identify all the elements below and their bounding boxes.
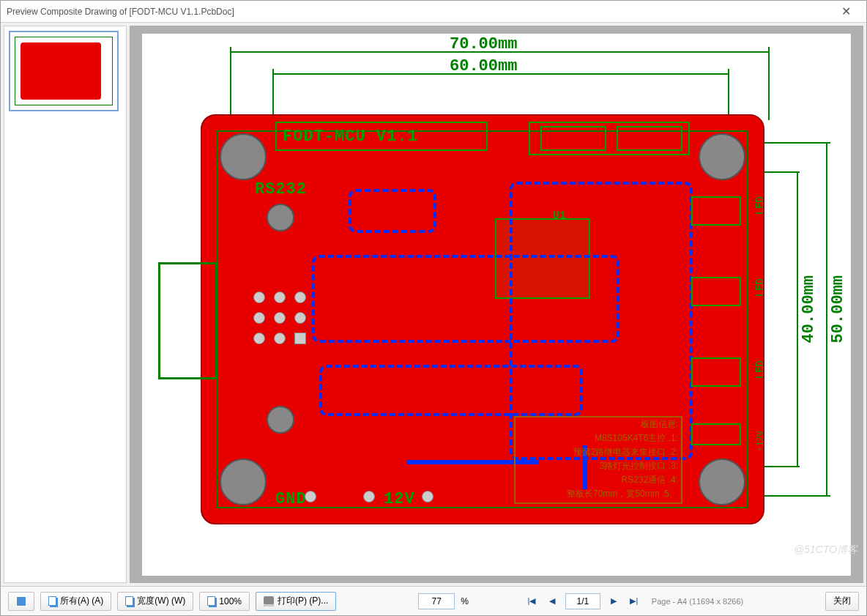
watermark: @51CTO博客: [794, 543, 857, 557]
cmp-led-drv: [691, 196, 741, 226]
silk-led: LED: [754, 360, 766, 379]
dim-ext-line: [764, 171, 800, 173]
close-button[interactable]: 关闭: [825, 592, 859, 611]
dim-ext-line: [728, 69, 729, 120]
trace: [349, 189, 436, 233]
cmp-relay-inner: [540, 126, 606, 151]
cmp-led-drv: [691, 357, 741, 387]
toolbar: 所有(A) (A) 宽度(W) (W) 100% 打印(P) (P)... % …: [1, 586, 866, 615]
small-hole: [267, 406, 294, 434]
connector: [158, 262, 217, 379]
pcb-board: FODT-MCU V1.1 RS232 GND 12V U1: [201, 114, 764, 524]
dim-ext-line: [764, 142, 830, 144]
nav-prev-button[interactable]: ◀: [545, 594, 559, 609]
silk-led: LED: [754, 196, 766, 215]
nav-last-button[interactable]: ▶|: [627, 594, 641, 609]
mounting-hole: [699, 459, 745, 505]
small-hole: [267, 204, 294, 231]
dim-ext-line: [768, 47, 770, 120]
titlebar: Preview Composite Drawing of [FODT-MCU V…: [1, 1, 866, 23]
btn-label: 100%: [219, 596, 242, 606]
body: 70.00mm 60.00mm 40.00mm 50.00mm: [1, 23, 866, 586]
info-line: :3路灯光控制接口 .3: [516, 459, 681, 473]
fit-all-button[interactable]: 所有(A) (A): [40, 592, 111, 611]
canvas[interactable]: 70.00mm 60.00mm 40.00mm 50.00mm: [130, 26, 863, 583]
mounting-hole: [220, 133, 267, 180]
page-icon: [48, 596, 56, 606]
silk-gnd: GND: [275, 490, 307, 508]
thumbnail[interactable]: [9, 31, 119, 111]
page-info: Page - A4 (11694 x 8266): [652, 597, 743, 606]
info-line: :M8S105K4T6主控 .1: [516, 431, 681, 445]
silk-12v: 12V: [384, 490, 415, 508]
printer-icon: [264, 596, 274, 606]
view-options-button[interactable]: [8, 592, 34, 611]
dim-line: [797, 171, 798, 466]
dim-height-outer: 50.00mm: [829, 275, 847, 343]
nav-first-button[interactable]: |◀: [524, 594, 539, 609]
page-icon: [207, 596, 215, 606]
mounting-hole: [220, 459, 267, 505]
fit-width-button[interactable]: 宽度(W) (W): [117, 592, 193, 611]
info-line: :板图信息: [516, 418, 681, 431]
zoom-input[interactable]: [418, 593, 455, 609]
btn-label: 宽度(W) (W): [137, 595, 185, 607]
page-icon: [125, 596, 133, 606]
cmp-relay-inner: [617, 126, 682, 151]
zoom-suffix: %: [461, 596, 469, 606]
btn-label: 所有(A) (A): [60, 595, 103, 607]
dim-ext-line: [764, 495, 830, 497]
cmp-outline: [275, 122, 488, 151]
dim-width-outer: 70.00mm: [450, 35, 517, 53]
page-input[interactable]: [565, 593, 600, 609]
zoom-100-button[interactable]: 100%: [199, 592, 250, 611]
dim-height-inner: 40.00mm: [800, 275, 818, 343]
silk-plus12v: +12V: [756, 431, 766, 452]
dim-line: [826, 142, 827, 495]
info-line: :预留2路继电器来集接口 .2: [516, 445, 681, 459]
cmp-led-drv: [691, 423, 741, 445]
print-button[interactable]: 打印(P) (P)...: [256, 592, 336, 611]
info-line: :RS232通信 .4: [516, 473, 681, 487]
info-box: :板图信息 :M8S105K4T6主控 .1 :预留2路继电器来集接口 .2 :…: [514, 416, 682, 504]
grid-icon: [16, 596, 26, 606]
window-title: Preview Composite Drawing of [FODT-MCU V…: [7, 7, 831, 17]
thumb-board: [21, 42, 101, 100]
dim-width-inner: 60.00mm: [450, 57, 517, 75]
dim-ext-line: [764, 466, 800, 467]
btn-label: 打印(P) (P)...: [278, 595, 328, 607]
dim-ext-line: [272, 69, 274, 120]
silk-led: LED: [754, 278, 766, 297]
nav-next-button[interactable]: ▶: [606, 594, 621, 609]
mounting-hole: [699, 133, 745, 180]
silk-rs232: RS232: [255, 180, 307, 198]
paper: 70.00mm 60.00mm 40.00mm 50.00mm: [142, 34, 851, 576]
close-icon[interactable]: ✕: [831, 4, 860, 18]
info-line: 。整板长70mm，宽50mm .5: [516, 487, 681, 501]
btn-label: 关闭: [833, 595, 851, 607]
cmp-led-drv: [691, 277, 741, 306]
thumbnail-panel: [4, 26, 127, 583]
dim-ext-line: [230, 47, 231, 120]
